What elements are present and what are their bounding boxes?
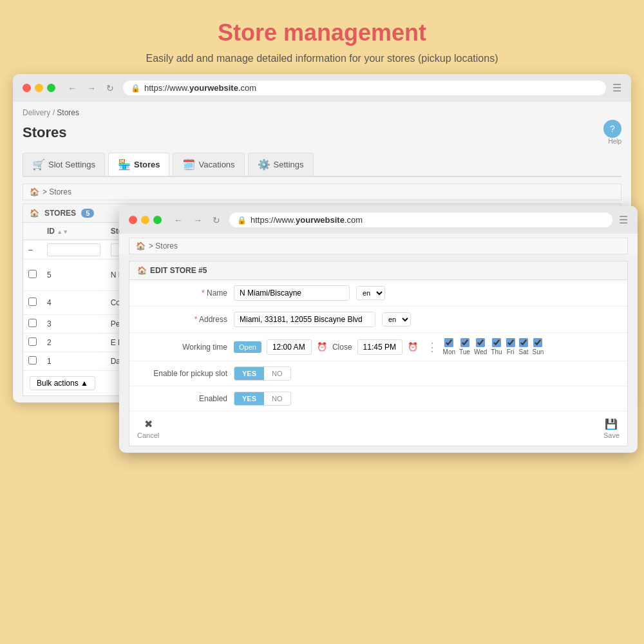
row-1-checkbox[interactable] — [28, 356, 37, 365]
tab-vacations[interactable]: 🗓️ Vacations — [173, 153, 244, 176]
breadcrumb-stores: Stores — [57, 108, 79, 117]
address-lang-select[interactable]: en — [382, 312, 411, 327]
store-icon-edit: 🏠 — [137, 266, 147, 275]
day-sun: Sun — [533, 338, 544, 355]
stores-count-badge: 5 — [81, 209, 94, 218]
address-input[interactable] — [234, 312, 375, 327]
filter-check: – — [23, 240, 42, 260]
pickup-slot-yes-button[interactable]: YES — [234, 367, 264, 380]
vacations-icon: 🗓️ — [182, 158, 195, 171]
edit-form-title: EDIT STORE #5 — [150, 266, 207, 275]
row-3-id: 3 — [42, 315, 106, 334]
edit-form-section: 🏠 EDIT STORE #5 * Name en * Address en — [129, 261, 628, 446]
row-5-checkbox[interactable] — [28, 270, 37, 278]
form-footer: ✖ Cancel 💾 Save — [129, 412, 627, 446]
day-wed-checkbox[interactable] — [476, 338, 485, 347]
minimize-window-2-btn[interactable] — [141, 216, 149, 224]
close-window-2-btn[interactable] — [129, 216, 137, 224]
enabled-label: Enabled — [137, 394, 227, 403]
back-button[interactable]: ← — [65, 82, 79, 95]
menu-button-2[interactable]: ☰ — [619, 214, 628, 226]
name-label: * Name — [137, 289, 227, 298]
working-time-label: Working time — [137, 343, 227, 352]
open-clock-icon: ⏰ — [317, 342, 327, 352]
help-label: Help — [603, 138, 621, 145]
day-thu: Thu — [491, 338, 502, 355]
lock-icon-2: 🔒 — [237, 216, 247, 225]
row-4-id: 4 — [42, 291, 106, 315]
open-time-input[interactable] — [267, 339, 312, 355]
address-form-row: * Address en — [129, 307, 627, 333]
day-wed: Wed — [474, 338, 487, 355]
cancel-button[interactable]: ✖ Cancel — [137, 418, 159, 439]
day-tue-checkbox[interactable] — [460, 338, 469, 347]
breadcrumb-delivery[interactable]: Delivery — [23, 108, 50, 117]
row-4-checkbox[interactable] — [28, 298, 37, 306]
bulk-actions-button[interactable]: Bulk actions ▲ — [30, 376, 95, 390]
browser-chrome-2: ← → ↻ 🔒 https://www.yourwebsite.com ☰ — [119, 206, 638, 234]
row-3-checkbox[interactable] — [28, 319, 37, 327]
sub-breadcrumb: 🏠 > Stores — [23, 184, 621, 200]
enabled-toggle: YES NO — [234, 392, 291, 406]
page-header: Store management Easily add and manage d… — [0, 0, 644, 74]
stores-heading: Stores — [23, 124, 66, 141]
filter-id-input[interactable] — [47, 243, 100, 256]
heading-row: Stores ? Help — [23, 120, 621, 145]
day-sat-checkbox[interactable] — [519, 338, 528, 347]
tab-slot-settings[interactable]: 🛒 Slot Settings — [23, 153, 105, 176]
reload-button-2[interactable]: ↻ — [210, 214, 223, 227]
day-mon-checkbox[interactable] — [444, 338, 453, 347]
day-sat: Sat — [519, 338, 529, 355]
row-2-id: 2 — [42, 334, 106, 352]
working-time-controls: Open ⏰ Close ⏰ ⋮ Mon Tue — [234, 338, 544, 355]
day-tue: Tue — [459, 338, 470, 355]
stores-icon-small: 🏠 — [30, 209, 39, 218]
forward-button-2[interactable]: → — [191, 214, 205, 227]
filter-id[interactable] — [42, 240, 106, 260]
minimize-window-btn[interactable] — [35, 84, 43, 92]
tab-settings-label: Settings — [274, 160, 304, 169]
name-input[interactable] — [234, 285, 350, 301]
close-clock-icon: ⏰ — [408, 342, 418, 352]
enabled-yes-button[interactable]: YES — [234, 392, 264, 405]
close-label: Close — [332, 343, 352, 352]
enabled-no-button[interactable]: NO — [264, 392, 290, 405]
name-form-row: * Name en — [129, 280, 627, 307]
pickup-slot-form-row: Enable for pickup slot YES NO — [129, 361, 627, 386]
days-separator: ⋮ — [426, 340, 438, 354]
tab-stores[interactable]: 🏪 Stores — [108, 153, 169, 176]
day-fri-checkbox[interactable] — [506, 338, 515, 347]
close-time-input[interactable] — [357, 339, 402, 355]
url-text: https://www.yourwebsite.com — [144, 83, 256, 93]
help-button[interactable]: ? — [603, 120, 621, 138]
name-lang-select[interactable]: en — [356, 286, 385, 300]
menu-button[interactable]: ☰ — [612, 82, 621, 94]
reload-button[interactable]: ↻ — [104, 82, 117, 95]
tab-stores-label: Stores — [134, 160, 160, 169]
slot-settings-icon: 🛒 — [32, 158, 45, 171]
enabled-form-row: Enabled YES NO — [129, 386, 627, 412]
row-2-checkbox[interactable] — [28, 337, 37, 346]
save-button[interactable]: 💾 Save — [603, 418, 620, 439]
tab-settings[interactable]: ⚙️ Settings — [248, 153, 314, 176]
close-window-btn[interactable] — [23, 84, 31, 92]
address-bar[interactable]: 🔒 https://www.yourwebsite.com — [123, 80, 606, 95]
forward-button[interactable]: → — [84, 82, 99, 95]
day-mon: Mon — [443, 338, 455, 355]
traffic-lights-2 — [129, 216, 162, 224]
back-button-2[interactable]: ← — [171, 214, 185, 227]
maximize-window-btn[interactable] — [47, 84, 55, 92]
sub-breadcrumb-2: 🏠 > Stores — [129, 238, 628, 254]
nav-tabs: 🛒 Slot Settings 🏪 Stores 🗓️ Vacations ⚙️… — [23, 153, 621, 177]
day-sun-checkbox[interactable] — [533, 338, 542, 347]
tab-slot-settings-label: Slot Settings — [48, 160, 95, 169]
pickup-slot-no-button[interactable]: NO — [264, 367, 290, 380]
save-icon: 💾 — [605, 418, 618, 430]
pickup-slot-toggle: YES NO — [234, 366, 291, 381]
col-checkbox — [23, 223, 42, 240]
row-5-check[interactable] — [23, 260, 42, 291]
address-bar-2[interactable]: 🔒 https://www.yourwebsite.com — [229, 213, 612, 227]
maximize-window-2-btn[interactable] — [153, 216, 162, 224]
edit-form-header: 🏠 EDIT STORE #5 — [129, 261, 627, 280]
day-thu-checkbox[interactable] — [492, 338, 501, 347]
